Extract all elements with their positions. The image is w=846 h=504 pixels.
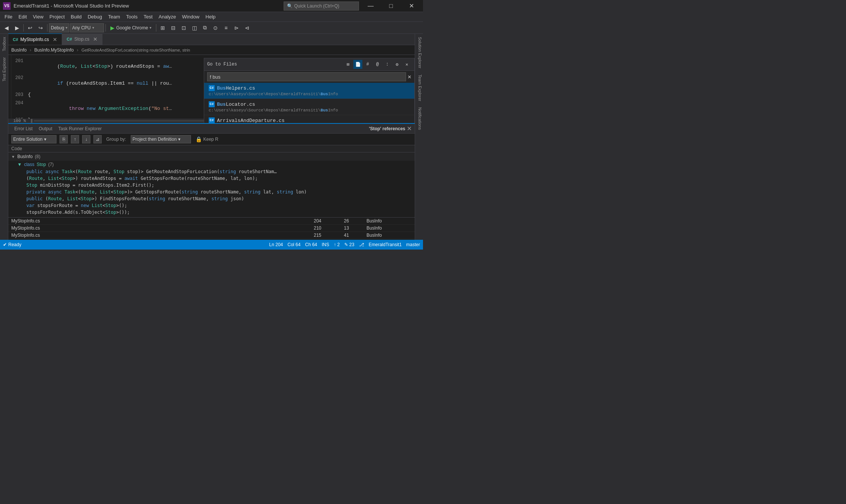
code-editor[interactable]: 201 (Route, List<Stop>) routeAndStops = … bbox=[8, 55, 415, 123]
toolbar-redo[interactable]: ↪ bbox=[36, 23, 46, 33]
toolbar-btn-4[interactable]: ◫ bbox=[189, 23, 199, 33]
ref-item-5[interactable]: public (Route, List<Stop>) FindStopsForR… bbox=[14, 195, 415, 202]
ref-item-7[interactable]: stopsForRoute.Add(s.ToObject<Stop>()); bbox=[14, 209, 415, 216]
menu-test[interactable]: Test bbox=[140, 12, 156, 22]
file-item-bushelpers[interactable]: C# BusHelpers.cs c:\Users\kaseyu\Source\… bbox=[204, 83, 414, 99]
ref-up-btn[interactable]: ↑ bbox=[71, 135, 79, 143]
lock-icon: 🔒 bbox=[195, 136, 202, 142]
ref-item-2[interactable]: (Route, List<Stop>) routeAndStops = awai… bbox=[14, 175, 415, 182]
breadcrumb-method[interactable]: BusInfo.MyStopInfo bbox=[31, 47, 77, 53]
minimize-button[interactable]: — bbox=[362, 0, 379, 12]
tab-stop-close[interactable]: ✕ bbox=[93, 36, 98, 42]
ref-item-1[interactable]: public async Task<(Route route, Stop sto… bbox=[14, 168, 415, 175]
find-files-btn[interactable]: 📄 bbox=[353, 60, 362, 69]
ref-item-4[interactable]: private async Task<(Route, List<Stop>)> … bbox=[14, 189, 415, 195]
file-list: C# BusHelpers.cs c:\Users\kaseyu\Source\… bbox=[204, 83, 414, 123]
status-col: Col 64 bbox=[287, 242, 301, 247]
menu-view[interactable]: View bbox=[30, 12, 46, 22]
find-clear-btn[interactable]: ✕ bbox=[408, 73, 411, 81]
tab-mystopinfo-close[interactable]: ✕ bbox=[53, 37, 57, 43]
find-member-btn[interactable]: @ bbox=[373, 60, 382, 69]
debug-config-arrow: ▾ bbox=[66, 26, 67, 30]
find-input[interactable] bbox=[207, 72, 406, 81]
toolbar-forward[interactable]: ▶ bbox=[12, 23, 22, 33]
find-symbol-btn[interactable]: # bbox=[363, 60, 372, 69]
toolbar-back[interactable]: ◀ bbox=[2, 23, 11, 33]
keep-label: Keep R bbox=[203, 137, 218, 142]
menu-build[interactable]: Build bbox=[68, 12, 85, 22]
tab-stop[interactable]: C# Stop.cs ✕ bbox=[62, 33, 102, 45]
zoom-level[interactable]: 100 % bbox=[13, 119, 26, 123]
breadcrumb-class[interactable]: BusInfo bbox=[8, 47, 30, 53]
subgroup-expand-icon: ▼ bbox=[17, 162, 22, 167]
find-expand-btn[interactable]: ⊞ bbox=[344, 60, 353, 69]
solution-explorer-tab[interactable]: Solution Explorer bbox=[415, 34, 423, 72]
ref-down-btn[interactable]: ↓ bbox=[82, 135, 90, 143]
menu-debug[interactable]: Debug bbox=[85, 12, 105, 22]
menu-analyze[interactable]: Analyze bbox=[156, 12, 179, 22]
toolbar-btn-1[interactable]: ⊞ bbox=[158, 23, 168, 33]
toolbar-btn-3[interactable]: ⊡ bbox=[179, 23, 189, 33]
team-explorer-tab[interactable]: Team Explorer bbox=[415, 72, 423, 104]
col-line bbox=[344, 146, 366, 151]
menu-team[interactable]: Team bbox=[105, 12, 123, 22]
debug-config-dropdown[interactable]: Debug ▾ bbox=[49, 23, 69, 32]
ref-copy-btn[interactable]: ⎘ bbox=[60, 135, 68, 143]
ref-item-6[interactable]: var stopsForRoute = new List<Stop>(); bbox=[14, 202, 415, 209]
file-item-buslocator[interactable]: C# BusLocator.cs c:\Users\kaseyu\Source\… bbox=[204, 99, 414, 115]
panel-close-btn[interactable]: ✕ bbox=[407, 125, 412, 132]
ref-row-3[interactable]: MyStopInfo.cs 215 41 BusInfo bbox=[8, 232, 415, 239]
bottom-tab-taskrunner[interactable]: Task Runner Explorer bbox=[55, 125, 105, 132]
ref-filter-btn[interactable]: ⊿ bbox=[93, 135, 102, 143]
ref-subgroup-header-stop[interactable]: ▼ class Stop (7) bbox=[14, 161, 415, 168]
close-button[interactable]: ✕ bbox=[403, 0, 420, 12]
platform-dropdown[interactable]: Any CPU ▾ bbox=[70, 23, 104, 32]
quick-launch-bar[interactable]: 🔍 Quick Launch (Ctrl+Q) bbox=[284, 2, 359, 11]
editor-area: C# MyStopInfo.cs ✕ C# Stop.cs ✕ BusInfo … bbox=[8, 34, 415, 240]
ref-group-header-businfo[interactable]: ▼ BusInfo (8) bbox=[8, 152, 415, 161]
menu-tools[interactable]: Tools bbox=[123, 12, 140, 22]
title-bar: VS EmeraldTransit1 - Microsoft Visual St… bbox=[0, 0, 423, 12]
ref-row-1[interactable]: MyStopInfo.cs 204 26 BusInfo bbox=[8, 218, 415, 225]
groupby-label-text: Group by: bbox=[106, 137, 126, 142]
menu-edit[interactable]: Edit bbox=[15, 12, 30, 22]
tab-stop-label: Stop.cs bbox=[74, 37, 89, 42]
tab-mystopinfo[interactable]: C# MyStopInfo.cs ✕ bbox=[8, 33, 62, 45]
run-button[interactable]: ▶ Google Chrome ▾ bbox=[107, 24, 154, 32]
toolbar-btn-6[interactable]: ⊙ bbox=[211, 23, 220, 33]
toolbar-btn-5[interactable]: ⧉ bbox=[200, 23, 210, 33]
toolbox-tab[interactable]: Toolbox bbox=[1, 34, 7, 54]
toolbar-btn-7[interactable]: ≡ bbox=[221, 23, 231, 33]
ref-row-2[interactable]: MyStopInfo.cs 210 13 BusInfo bbox=[8, 225, 415, 232]
ref-item-3[interactable]: Stop minDistStop = routeAndStops.Item2.F… bbox=[14, 182, 415, 189]
find-close-all-btn[interactable]: ✕ bbox=[402, 60, 411, 69]
ref-row-4[interactable]: MyStopInfo.cs 223 29 BusInfo bbox=[8, 239, 415, 240]
notifications-tab[interactable]: Notifications bbox=[415, 104, 423, 133]
subgroup-count: (7) bbox=[48, 162, 54, 167]
file-item-arrivals[interactable]: C# ArrivalsAndDeparture.cs c:\Users\kase… bbox=[204, 115, 414, 123]
find-settings-btn[interactable]: ⚙ bbox=[392, 60, 402, 69]
menu-project[interactable]: Project bbox=[46, 12, 67, 22]
toolbar-btn-9[interactable]: ⊲ bbox=[242, 23, 252, 33]
toolbar-undo[interactable]: ↩ bbox=[25, 23, 35, 33]
test-explorer-tab[interactable]: Test Explorer bbox=[1, 54, 7, 84]
scope-dropdown[interactable]: Entire Solution ▾ bbox=[11, 135, 57, 143]
toolbar-btn-8[interactable]: ⊳ bbox=[232, 23, 241, 33]
references-table[interactable]: ▼ BusInfo (8) ▼ class Stop (7) bbox=[8, 152, 415, 240]
menu-file[interactable]: File bbox=[2, 12, 15, 22]
find-line-btn[interactable]: : bbox=[383, 60, 392, 69]
toolbar-btn-2[interactable]: ⊟ bbox=[168, 23, 178, 33]
subgroup-name: Stop bbox=[37, 162, 46, 167]
menu-window[interactable]: Window bbox=[179, 12, 202, 22]
maximize-button[interactable]: □ bbox=[382, 0, 400, 12]
status-right: Ln 204 Col 64 Ch 64 INS ↑ 2 ✎ 23 ⎇ Emera… bbox=[269, 242, 420, 247]
menu-help[interactable]: Help bbox=[203, 12, 219, 22]
title-bar-left: VS EmeraldTransit1 - Microsoft Visual St… bbox=[3, 2, 129, 10]
bottom-tab-output[interactable]: Output bbox=[36, 125, 55, 132]
bottom-tab-bar: Error List Output Task Runner Explorer '… bbox=[8, 124, 415, 134]
references-header: Entire Solution ▾ ⎘ ↑ ↓ ⊿ Group by: Proj… bbox=[8, 134, 415, 145]
right-sidebar: Solution Explorer Team Explorer Notifica… bbox=[415, 34, 423, 240]
groupby-dropdown[interactable]: Project then Definition ▾ bbox=[131, 135, 191, 143]
status-bar: ✔ Ready Ln 204 Col 64 Ch 64 INS ↑ 2 ✎ 23… bbox=[0, 240, 423, 250]
bottom-tab-errors[interactable]: Error List bbox=[11, 125, 36, 132]
